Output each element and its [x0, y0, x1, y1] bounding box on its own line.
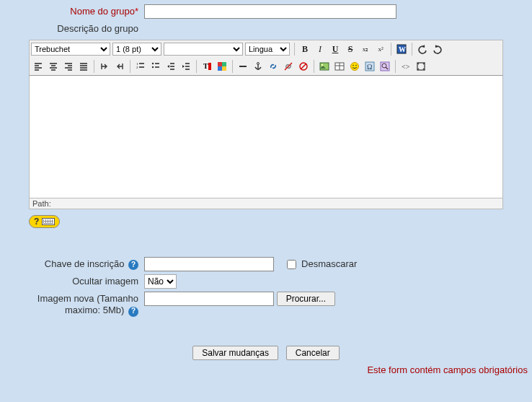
rtl-button[interactable] [112, 59, 127, 74]
help-icon[interactable]: ? [128, 307, 138, 317]
group-desc-label: Descrição do grupo [0, 22, 144, 34]
nolink-button[interactable] [296, 59, 311, 74]
required-fields-note: Este form contém campos obrigatórios [0, 364, 532, 375]
font-size-select[interactable]: 1 (8 pt) [112, 43, 161, 56]
ltr-button[interactable] [97, 59, 112, 74]
svg-point-22 [152, 63, 154, 64]
question-icon: ? [34, 217, 39, 227]
search-button[interactable] [378, 59, 392, 74]
separator [391, 43, 391, 56]
underline-button[interactable]: U [328, 42, 342, 56]
svg-rect-37 [222, 66, 226, 71]
redo-button[interactable] [430, 42, 445, 56]
svg-rect-33 [208, 63, 211, 70]
help-icon[interactable]: ? [128, 260, 138, 270]
svg-rect-44 [320, 63, 329, 70]
italic-button[interactable]: I [313, 42, 327, 56]
text-color-button[interactable]: T [200, 59, 214, 74]
align-left-button[interactable] [31, 59, 45, 74]
ordered-list-button[interactable]: 12 [133, 59, 148, 74]
subscript-button[interactable]: x₂ [358, 42, 373, 56]
indent-button[interactable] [179, 59, 193, 74]
group-name-label: Nome do grupo* [0, 4, 144, 17]
undo-button[interactable] [415, 42, 430, 56]
new-image-label: Imagem nova (Tamanho maximo: 5Mb) ? [0, 292, 144, 317]
separator [412, 43, 412, 56]
separator [94, 60, 94, 73]
hr-button[interactable] [236, 59, 250, 74]
unordered-list-button[interactable] [148, 59, 163, 74]
special-char-button[interactable]: Ω [363, 59, 377, 74]
svg-text:T: T [203, 62, 208, 70]
style-select[interactable] [164, 43, 243, 56]
align-center-button[interactable] [46, 59, 61, 74]
anchor-button[interactable] [251, 59, 265, 74]
cancel-button[interactable]: Cancelar [286, 346, 340, 360]
editor-toolbar-row1: Trebuchet 1 (8 pt) Lingua B I U S x₂ x² … [29, 40, 503, 58]
clean-word-button[interactable]: W [394, 42, 409, 56]
separator [314, 60, 314, 73]
unlink-button[interactable] [281, 59, 296, 74]
link-button[interactable] [266, 59, 280, 74]
separator [232, 60, 233, 73]
lang-select[interactable]: Lingua [245, 43, 290, 56]
strikethrough-button[interactable]: S [343, 42, 358, 56]
svg-rect-35 [222, 62, 226, 66]
svg-text:Ω: Ω [367, 63, 372, 71]
keyboard-icon [42, 218, 55, 225]
image-button[interactable] [317, 59, 332, 74]
editor-toggle-button[interactable]: ? [29, 215, 60, 228]
hide-image-select[interactable]: Não [144, 274, 177, 289]
svg-rect-34 [218, 62, 222, 66]
table-button[interactable] [332, 59, 347, 74]
svg-rect-36 [218, 66, 222, 71]
separator [395, 60, 396, 73]
svg-point-51 [355, 65, 357, 66]
fullscreen-button[interactable] [414, 59, 428, 74]
hide-image-label: Ocultar imagem [0, 274, 144, 287]
svg-point-23 [152, 66, 154, 68]
superscript-button[interactable]: x² [373, 42, 388, 56]
align-right-button[interactable] [61, 59, 76, 74]
browse-button[interactable]: Procurar... [277, 292, 335, 306]
smiley-button[interactable] [347, 59, 362, 74]
unmask-checkbox[interactable] [287, 260, 296, 269]
bg-color-button[interactable] [215, 59, 229, 74]
separator [196, 60, 197, 73]
outdent-button[interactable] [164, 59, 178, 74]
new-image-path-input[interactable] [144, 292, 274, 306]
svg-line-43 [301, 64, 306, 69]
form-actions: Salvar mudanças Cancelar [0, 346, 532, 360]
svg-text:2: 2 [136, 66, 138, 69]
editor-toolbar-row2: 12 T Ω <> [29, 58, 503, 76]
svg-point-50 [353, 65, 354, 66]
svg-point-49 [351, 63, 359, 71]
separator [294, 43, 295, 56]
align-justify-button[interactable] [76, 59, 91, 74]
bold-button[interactable]: B [298, 42, 312, 56]
save-button[interactable]: Salvar mudanças [192, 346, 278, 360]
unmask-label: Desmascarar [301, 258, 357, 269]
svg-text:<>: <> [402, 63, 410, 71]
group-name-input[interactable] [144, 4, 396, 19]
rich-text-editor: Trebuchet 1 (8 pt) Lingua B I U S x₂ x² … [29, 40, 503, 209]
separator [130, 60, 130, 73]
editor-path-bar: Path: [29, 198, 503, 209]
editor-textarea[interactable] [29, 76, 503, 198]
enrollment-key-label: Chave de inscrição ? [0, 257, 144, 270]
font-family-select[interactable]: Trebuchet [31, 43, 110, 56]
svg-point-45 [322, 64, 323, 66]
source-button[interactable]: <> [399, 59, 413, 74]
enrollment-key-input[interactable] [144, 257, 274, 271]
svg-text:W: W [399, 45, 406, 53]
